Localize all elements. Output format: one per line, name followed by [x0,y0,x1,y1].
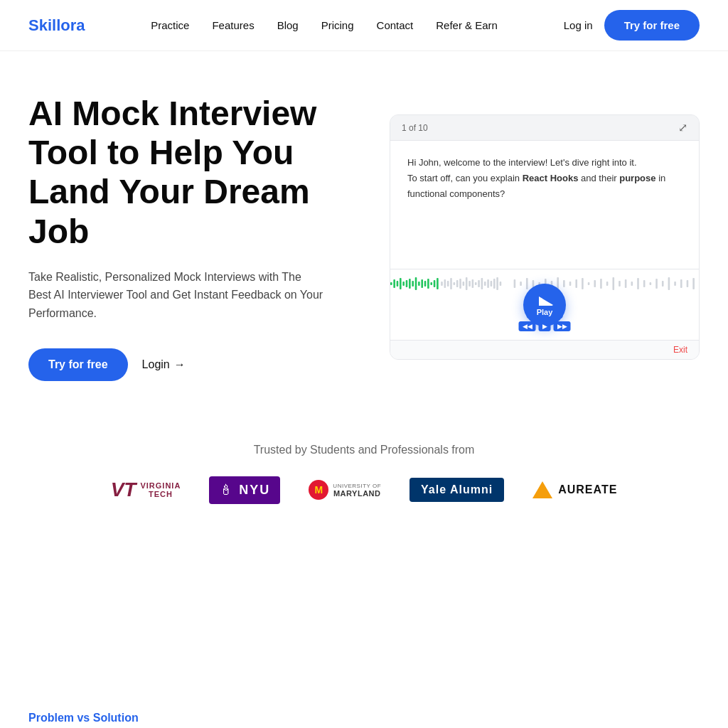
interview-text: Hi John, welcome to the interview! Let's… [407,155,682,202]
svg-rect-2 [397,281,399,287]
svg-rect-6 [409,279,411,289]
vt-mark: VT [111,478,136,501]
expand-icon[interactable]: ⤢ [678,121,687,134]
svg-rect-27 [475,282,477,285]
svg-rect-7 [412,281,414,287]
svg-rect-8 [415,277,417,290]
hero-title: AI Mock Interview Tool to Help You Land … [28,94,355,251]
svg-rect-19 [450,278,452,289]
nav-practice[interactable]: Practice [151,19,189,31]
svg-rect-23 [463,282,465,286]
svg-rect-10 [421,279,423,288]
spacer [0,527,728,669]
svg-rect-1 [393,279,395,288]
svg-rect-44 [563,280,565,287]
logos-row: VT VIRGINIA TECH 🕯 NYU M UNIVERSITY OF M… [28,476,700,504]
svg-rect-52 [612,277,614,290]
svg-rect-35 [500,282,502,286]
svg-rect-13 [430,282,432,285]
hero-login-button[interactable]: Login → [142,358,186,371]
svg-rect-15 [437,278,439,289]
hero-actions: Try for free Login → [28,348,355,381]
svg-rect-32 [491,281,493,287]
trusted-section: Trusted by Students and Professionals fr… [0,410,728,527]
svg-rect-31 [487,279,489,288]
svg-rect-36 [514,279,516,288]
nyu-text: NYU [239,483,270,498]
umd-text: UNIVERSITY OF MARYLAND [333,483,381,498]
vt-text: VIRGINIA TECH [140,481,181,498]
video-top-bar: 1 of 10 ⤢ [390,115,699,141]
svg-rect-29 [481,278,483,289]
logo-nyu: 🕯 NYU [209,476,280,504]
aureate-triangle-icon [532,481,552,498]
nav-blog[interactable]: Blog [277,19,299,31]
svg-rect-45 [569,282,572,286]
svg-rect-47 [582,278,584,289]
svg-rect-64 [687,280,689,287]
arrow-right-icon: → [174,358,186,371]
nav-try-free-button[interactable]: Try for free [604,10,700,41]
video-panel: 1 of 10 ⤢ Hi John, welcome to the interv… [390,114,700,360]
svg-rect-57 [643,280,646,287]
svg-rect-50 [600,279,602,289]
svg-rect-61 [668,277,670,290]
svg-rect-30 [484,282,486,286]
svg-rect-22 [459,279,461,289]
svg-rect-14 [434,280,436,287]
play-sub-icon-1: ◀◀ [519,321,536,331]
nav-refer-earn[interactable]: Refer & Earn [436,19,498,31]
svg-rect-34 [496,277,498,290]
svg-rect-60 [662,281,664,287]
svg-rect-3 [400,278,402,289]
hero-try-free-button[interactable]: Try for free [28,348,128,381]
svg-rect-24 [466,277,468,290]
logo-yale: Yale Alumni [410,478,504,502]
svg-rect-4 [402,282,405,286]
nav-links: Practice Features Blog Pricing Contact R… [151,19,498,31]
nav-pricing[interactable]: Pricing [321,19,354,31]
logo-virginia-tech: VT VIRGINIA TECH [111,478,181,501]
svg-rect-46 [575,279,577,288]
hero-subtitle: Take Realistic, Personalized Mock Interv… [28,268,327,323]
svg-rect-51 [606,282,609,286]
svg-rect-11 [424,281,427,287]
waveform-area: Play ◀◀ ▶ ▶▶ [390,269,699,340]
nav-login-link[interactable]: Log in [564,19,593,31]
play-sub-icon-2: ▶ [539,321,551,331]
svg-rect-9 [418,282,420,286]
svg-rect-26 [472,279,474,288]
svg-rect-16 [441,282,443,286]
svg-rect-5 [406,280,408,287]
svg-rect-38 [526,278,528,289]
svg-rect-53 [619,281,621,287]
svg-rect-18 [447,281,449,287]
hero-left: AI Mock Interview Tool to Help You Land … [28,94,355,381]
svg-rect-62 [674,282,676,286]
svg-rect-12 [427,279,429,289]
problem-section-label: Problem vs Solution [28,712,139,724]
hero-login-label: Login [142,358,170,371]
play-button[interactable] [523,284,566,326]
play-sub-icon-3: ▶▶ [554,321,571,331]
svg-rect-37 [520,282,522,286]
svg-rect-20 [454,282,456,285]
svg-rect-48 [588,282,590,285]
svg-rect-25 [469,281,471,287]
brand-logo[interactable]: Skillora [28,16,85,35]
svg-rect-63 [680,279,682,288]
nav-features[interactable]: Features [212,19,254,31]
svg-rect-56 [637,278,639,289]
exit-button[interactable]: Exit [673,345,687,355]
svg-rect-21 [456,280,459,287]
svg-rect-54 [625,279,627,288]
navbar: Skillora Practice Features Blog Pricing … [0,0,728,51]
video-bottom-bar: Exit [390,340,699,359]
video-counter: 1 of 10 [402,123,428,133]
svg-rect-58 [650,282,652,285]
video-content: Hi John, welcome to the interview! Let's… [390,141,699,269]
svg-rect-0 [390,282,392,285]
nav-contact[interactable]: Contact [377,19,414,31]
hero-section: AI Mock Interview Tool to Help You Land … [0,51,728,410]
svg-rect-65 [692,278,695,289]
